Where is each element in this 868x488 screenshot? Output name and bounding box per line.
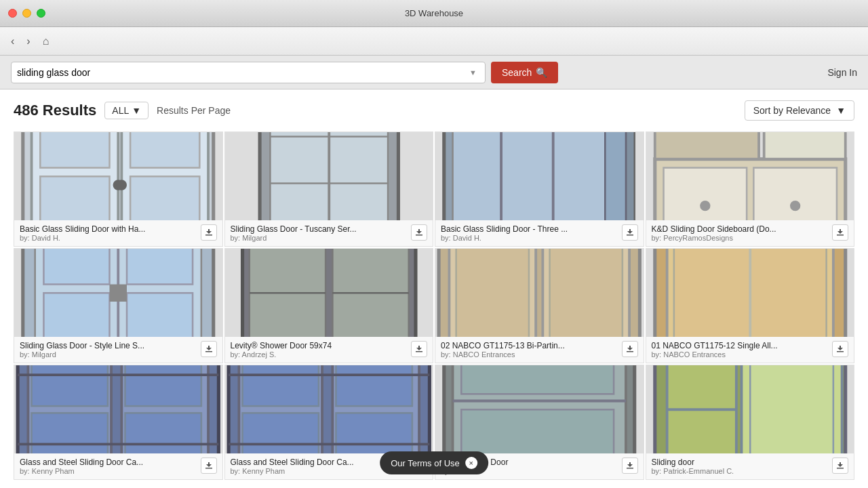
download-icon <box>626 462 634 470</box>
svg-point-29 <box>700 201 710 211</box>
item-title: Glass and Steel Sliding Door Ca... <box>20 458 198 467</box>
home-button[interactable]: ⌂ <box>39 33 54 50</box>
svg-rect-18 <box>453 132 606 220</box>
svg-rect-52 <box>550 249 623 337</box>
download-button[interactable] <box>411 224 427 241</box>
download-icon <box>836 345 844 353</box>
item-image <box>435 365 644 453</box>
search-dropdown-arrow[interactable]: ▼ <box>467 68 479 77</box>
svg-rect-28 <box>764 132 845 159</box>
download-button[interactable] <box>622 458 638 474</box>
minimize-button[interactable] <box>22 9 31 18</box>
sign-in-link[interactable]: Sign In <box>827 67 857 78</box>
svg-rect-65 <box>125 413 201 453</box>
download-button[interactable] <box>832 224 848 241</box>
item-title: 02 NABCO GT1175-13 Bi-Partin... <box>441 341 619 350</box>
item-author: by: Milgard <box>231 234 409 242</box>
back-button[interactable]: ‹ <box>7 33 18 50</box>
svg-rect-41 <box>205 351 212 352</box>
filter-label: ALL <box>112 105 129 116</box>
svg-rect-5 <box>130 132 199 167</box>
item-author: by: David H. <box>20 234 198 242</box>
svg-rect-51 <box>456 249 529 337</box>
svg-rect-53 <box>627 351 633 352</box>
item-image <box>646 365 854 453</box>
download-button[interactable] <box>411 341 427 357</box>
grid-item[interactable]: 01 NABCO GT1175-12 Single All...by: NABC… <box>646 248 855 363</box>
grid-item[interactable]: Sliding Glass Door - Style Line S...by: … <box>14 248 223 363</box>
grid-item[interactable]: Glass and Steel Sliding Door Ca...by: Ke… <box>14 365 223 480</box>
grid-item[interactable]: Sliding doorby: Patrick-Emmanuel C. <box>646 365 855 480</box>
item-author: by: NABCO Entrances <box>652 350 830 359</box>
search-input-wrap: ▼ <box>11 62 486 83</box>
maximize-button[interactable] <box>37 9 45 18</box>
item-info: Glass and Steel Sliding Door Ca...by: Ke… <box>14 453 222 479</box>
search-input[interactable] <box>17 67 467 78</box>
filter-dropdown-icon: ▼ <box>132 105 141 116</box>
svg-rect-6 <box>130 176 199 220</box>
item-image <box>225 249 433 337</box>
grid-item[interactable]: Levity® Shower Door 59x74by: Andrzej S. <box>224 248 434 363</box>
forward-button[interactable]: › <box>22 33 34 50</box>
item-image <box>14 365 222 453</box>
download-button[interactable] <box>201 458 217 474</box>
svg-rect-21 <box>626 132 635 220</box>
svg-rect-90 <box>837 468 844 469</box>
item-author: by: PercyRamosDesigns <box>652 234 830 242</box>
close-button[interactable] <box>8 9 17 18</box>
item-info: Sliding Glass Door - Style Line S...by: … <box>14 337 222 363</box>
item-info: 01 NABCO GT1175-12 Single All...by: NABC… <box>646 337 854 363</box>
item-text: 01 NABCO GT1175-12 Single All...by: NABC… <box>652 341 830 359</box>
titlebar: 3D Warehouse <box>0 0 868 27</box>
download-button[interactable] <box>201 341 217 357</box>
item-text: Sliding Glass Door - Style Line S...by: … <box>20 341 198 359</box>
item-title: Sliding Glass Door - Tuscany Ser... <box>231 224 409 234</box>
svg-rect-63 <box>32 413 108 453</box>
download-button[interactable] <box>832 458 848 474</box>
grid-item[interactable]: Sliding Glass Door - Tuscany Ser...by: M… <box>224 131 434 247</box>
item-title: Levity® Shower Door 59x74 <box>231 341 409 350</box>
svg-rect-23 <box>627 235 633 236</box>
item-title: 01 NABCO GT1175-12 Single All... <box>652 341 830 350</box>
search-icon: 🔍 <box>536 67 547 78</box>
download-button[interactable] <box>832 341 848 357</box>
download-button[interactable] <box>622 224 638 241</box>
grid-item[interactable]: 02 NABCO GT1175-13 Bi-Partin...by: NABCO… <box>435 248 644 363</box>
sort-dropdown[interactable]: Sort by Relevance ▼ <box>745 100 854 121</box>
sort-label: Sort by Relevance <box>753 105 831 116</box>
download-icon <box>836 228 844 237</box>
search-button[interactable]: Search 🔍 <box>491 62 558 83</box>
svg-point-30 <box>789 201 800 211</box>
item-image <box>435 249 644 337</box>
grid-item[interactable]: K&D Sliding Door Sideboard (Do...by: Per… <box>646 131 855 247</box>
download-button[interactable] <box>201 224 217 241</box>
download-icon <box>205 228 213 237</box>
svg-rect-75 <box>336 413 412 453</box>
svg-rect-58 <box>837 351 844 352</box>
svg-rect-4 <box>40 176 109 220</box>
filter-button[interactable]: ALL ▼ <box>104 102 149 119</box>
item-author: by: Milgard <box>20 350 198 359</box>
item-text: Levity® Shower Door 59x74by: Andrzej S. <box>231 341 409 359</box>
svg-rect-37 <box>43 293 109 337</box>
item-image <box>646 249 854 337</box>
svg-rect-9 <box>205 235 212 236</box>
grid-item[interactable]: Basic Glass Sliding Door with Ha...by: D… <box>14 131 223 247</box>
svg-rect-3 <box>40 132 109 167</box>
item-info: Sliding Glass Door - Tuscany Ser...by: M… <box>225 220 433 246</box>
download-icon <box>205 462 213 470</box>
svg-rect-64 <box>125 365 201 406</box>
item-text: 02 NABCO GT1175-13 Bi-Partin...by: NABCO… <box>441 341 619 359</box>
item-info: 02 NABCO GT1175-13 Bi-Partin...by: NABCO… <box>435 337 644 363</box>
grid-item[interactable]: Basic Glass Sliding Door - Three ...by: … <box>435 131 644 247</box>
results-grid: Basic Glass Sliding Door with Ha...by: D… <box>14 131 854 480</box>
toast: Our Terms of Use × <box>380 451 488 474</box>
svg-marker-22 <box>605 132 626 220</box>
svg-rect-62 <box>32 365 108 406</box>
toast-close-button[interactable]: × <box>465 457 477 469</box>
item-text: Sliding Glass Door - Tuscany Ser...by: M… <box>231 224 409 242</box>
download-button[interactable] <box>622 341 638 357</box>
toast-label: Our Terms of Use <box>391 458 460 468</box>
item-info: Levity® Shower Door 59x74by: Andrzej S. <box>225 337 433 363</box>
item-image <box>225 132 433 220</box>
